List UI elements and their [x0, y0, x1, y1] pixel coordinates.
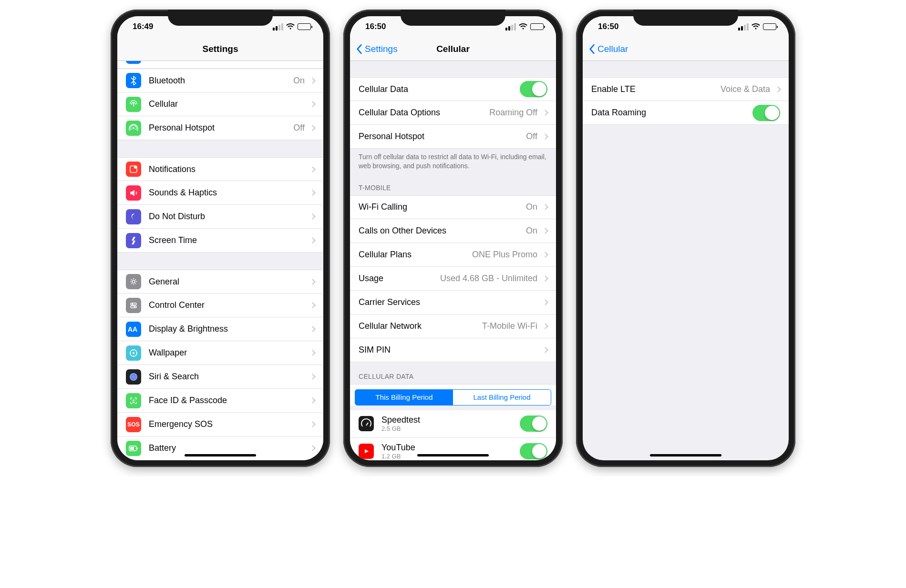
control-icon — [126, 298, 141, 313]
svg-point-5 — [132, 303, 134, 304]
cell-value: Off — [293, 123, 305, 133]
settings-row-notifications[interactable]: Notifications — [117, 157, 323, 181]
row-enable-lte[interactable]: Enable LTEVoice & Data — [583, 77, 789, 101]
wifi-icon — [286, 23, 295, 31]
cell-label: Emergency SOS — [149, 419, 305, 429]
seg-this-billing[interactable]: This Billing Period — [355, 390, 453, 405]
settings-row-display-brightness[interactable]: AADisplay & Brightness — [117, 317, 323, 341]
row-cellular-data-options[interactable]: Cellular Data OptionsRoaming Off — [350, 101, 556, 125]
row-usage[interactable]: UsageUsed 4.68 GB - Unlimited — [350, 267, 556, 291]
settings-row-bluetooth[interactable]: BluetoothOn — [117, 69, 323, 92]
chevron-right-icon — [542, 299, 548, 305]
row-cellular-network[interactable]: Cellular NetworkT-Mobile Wi-Fi — [350, 314, 556, 338]
chevron-right-icon — [542, 110, 548, 116]
nav-back-button[interactable]: Settings — [356, 44, 398, 54]
app-icon — [359, 444, 374, 459]
signal-icon — [505, 23, 516, 30]
chevron-right-icon — [309, 213, 316, 220]
settings-row-screen-time[interactable]: Screen Time — [117, 229, 323, 253]
home-indicator[interactable] — [417, 454, 489, 456]
svg-point-0 — [133, 127, 134, 129]
svg-point-2 — [134, 166, 137, 169]
app-row-youtube[interactable]: YouTube1.2 GB — [350, 438, 556, 460]
home-indicator[interactable] — [650, 454, 721, 456]
settings-row-wallpaper[interactable]: Wallpaper — [117, 341, 323, 365]
settings-row-cellular[interactable]: Cellular — [117, 92, 323, 116]
nav-back-button[interactable]: Cellular — [588, 44, 628, 54]
app-row-speedtest[interactable]: Speedtest2.5 GB — [350, 410, 556, 438]
row-cellular-plans[interactable]: Cellular PlansONE Plus Promo — [350, 243, 556, 267]
app-name: Speedtest — [381, 415, 520, 425]
row-sim-pin[interactable]: SIM PIN — [350, 338, 556, 362]
cell-value: T-Mobile Wi-Fi — [482, 321, 537, 331]
chevron-right-icon — [309, 125, 316, 131]
cell-label: Calls on Other Devices — [359, 226, 526, 236]
cell-label: Control Center — [149, 300, 305, 310]
seg-last-billing[interactable]: Last Billing Period — [453, 390, 551, 405]
status-time: 16:50 — [365, 22, 386, 31]
cell-label: Bluetooth — [149, 76, 293, 86]
row-cellular-data[interactable]: Cellular Data — [350, 77, 556, 101]
general-icon — [126, 274, 141, 289]
cell-label: Cellular — [149, 99, 305, 109]
home-indicator[interactable] — [185, 454, 256, 456]
settings-row-sounds-haptics[interactable]: Sounds & Haptics — [117, 181, 323, 205]
settings-row-battery[interactable]: Battery — [117, 436, 323, 460]
battery-icon — [298, 23, 311, 30]
chevron-right-icon — [309, 421, 316, 427]
cell-value: Roaming Off — [489, 108, 537, 118]
nav-back-label: Cellular — [597, 44, 628, 54]
cell-value: ONE Plus Promo — [472, 250, 537, 260]
chevron-right-icon — [309, 350, 316, 356]
chevron-right-icon — [309, 78, 316, 84]
chevron-right-icon — [309, 279, 316, 285]
settings-row-personal-hotspot[interactable]: Personal HotspotOff — [117, 116, 323, 140]
chevron-right-icon — [542, 228, 548, 234]
settings-row-control-center[interactable]: Control Center — [117, 294, 323, 317]
svg-text:AA: AA — [128, 325, 137, 333]
battery-icon — [530, 23, 544, 30]
sos-icon: SOS — [126, 417, 141, 432]
nav-back-label: Settings — [365, 44, 398, 54]
row-data-roaming[interactable]: Data Roaming — [583, 101, 789, 125]
notifications-icon — [126, 162, 141, 177]
group-header-tmobile: T-MOBILE — [350, 173, 556, 195]
settings-row-face-id-passcode[interactable]: Face ID & Passcode — [117, 389, 323, 413]
svg-point-10 — [133, 352, 134, 354]
siri-icon — [126, 369, 141, 385]
cell-label: Do Not Disturb — [149, 212, 305, 222]
billing-period-segmented[interactable]: This Billing PeriodLast Billing Period — [355, 389, 551, 406]
app-icon — [359, 416, 374, 431]
status-time: 16:49 — [133, 22, 153, 31]
toggle[interactable] — [752, 105, 780, 121]
app-name: YouTube — [381, 443, 520, 453]
chevron-right-icon — [309, 397, 316, 404]
settings-row-siri-search[interactable]: Siri & Search — [117, 365, 323, 389]
phone-lte: 16:50 Cellular Enable LTEVoice & DataDat… — [576, 10, 795, 467]
chevron-right-icon — [542, 133, 548, 140]
toggle[interactable] — [520, 416, 547, 432]
settings-row-do-not-disturb[interactable]: Do Not Disturb — [117, 205, 323, 229]
settings-row-general[interactable]: General — [117, 270, 323, 294]
settings-row-emergency-sos[interactable]: SOSEmergency SOS — [117, 413, 323, 436]
cell-value: On — [526, 202, 537, 212]
svg-rect-6 — [131, 306, 136, 308]
cell-label: Cellular Network — [359, 321, 482, 331]
cell-label: Data Roaming — [591, 108, 752, 118]
toggle[interactable] — [520, 81, 547, 97]
bluetooth-icon — [126, 73, 141, 88]
phone-cellular: 16:50 Settings Cellular Cellular DataCel… — [343, 10, 563, 467]
row-wi-fi-calling[interactable]: Wi-Fi CallingOn — [350, 195, 556, 219]
cell-label: Notifications — [149, 164, 305, 174]
cell-label: Face ID & Passcode — [149, 395, 305, 406]
cell-label: Siri & Search — [149, 372, 305, 382]
row-calls-on-other-devices[interactable]: Calls on Other DevicesOn — [350, 219, 556, 243]
chevron-left-icon — [356, 44, 362, 54]
row-carrier-services[interactable]: Carrier Services — [350, 291, 556, 314]
row-personal-hotspot[interactable]: Personal HotspotOff — [350, 125, 556, 149]
cell-label: Battery — [149, 443, 305, 453]
battery-icon — [763, 23, 776, 30]
toggle[interactable] — [520, 443, 547, 459]
cell-label: Cellular Data Options — [359, 108, 489, 118]
battery-icon — [126, 441, 141, 456]
